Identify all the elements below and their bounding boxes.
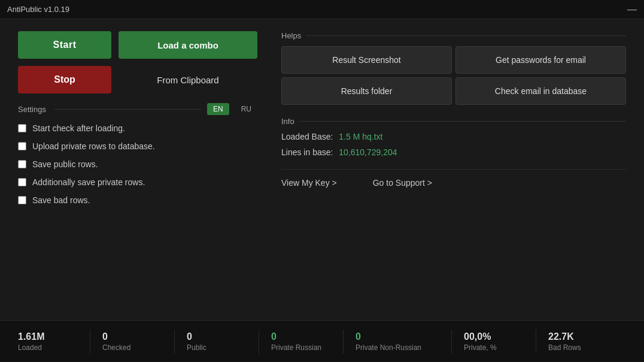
stat-divider — [259, 330, 259, 354]
main-container: Start Load a combo Stop From Clipboard S… — [0, 19, 644, 320]
checkbox-upload-private[interactable] — [18, 142, 26, 150]
statusbar: 1.61M Loaded 0 Checked 0 Public 0 Privat… — [0, 320, 644, 362]
second-button-row: Stop From Clipboard — [18, 66, 257, 93]
stat-private-pct: 00,0% Private, % — [464, 331, 524, 352]
stat-private-pct-value: 00,0% — [464, 331, 491, 342]
helps-header: Helps — [281, 31, 626, 40]
minimize-icon: — — [627, 4, 637, 15]
top-button-row: Start Load a combo — [18, 31, 257, 59]
info-label: Info — [281, 117, 294, 126]
helps-grid: Result Screenshot Get passwords for emai… — [281, 46, 626, 105]
helps-label: Helps — [281, 31, 301, 40]
stat-private-nonrussian-value: 0 — [356, 331, 361, 342]
stat-checked-label: Checked — [102, 343, 130, 352]
window-controls: — — [627, 4, 637, 15]
titlebar: AntiPublic v1.0.19 — — [0, 0, 644, 19]
go-to-support-button[interactable]: Go to Support > — [373, 178, 432, 188]
stat-public-label: Public — [187, 343, 206, 352]
stat-private-russian: 0 Private Russian — [271, 331, 331, 352]
left-panel: Start Load a combo Stop From Clipboard S… — [18, 31, 257, 308]
lines-in-base-label: Lines in base: — [281, 147, 333, 157]
start-button[interactable]: Start — [18, 31, 111, 59]
list-item[interactable]: Save bad rows. — [18, 195, 257, 205]
app-title: AntiPublic v1.0.19 — [7, 5, 69, 14]
check-email-button[interactable]: Check email in database — [455, 77, 626, 105]
results-folder-button[interactable]: Results folder — [281, 77, 452, 105]
stat-divider — [90, 330, 90, 354]
checkbox-save-private-additionally[interactable] — [18, 178, 26, 186]
stat-public-value: 0 — [187, 331, 192, 342]
list-item[interactable]: Start check after loading. — [18, 123, 257, 133]
load-combo-button[interactable]: Load a combo — [119, 31, 257, 59]
stat-loaded-value: 1.61M — [18, 331, 44, 342]
list-item[interactable]: Upload private rows to database. — [18, 141, 257, 151]
clipboard-button[interactable]: From Clipboard — [119, 66, 257, 93]
info-section: Info Loaded Base: 1.5 M hq.txt Lines in … — [281, 117, 626, 157]
checkbox-start-check[interactable] — [18, 124, 26, 132]
stat-checked: 0 Checked — [102, 331, 162, 352]
stat-private-nonrussian-label: Private Non-Russian — [356, 343, 421, 352]
stat-divider — [343, 330, 344, 354]
checkbox-save-bad[interactable] — [18, 196, 26, 204]
stat-loaded-label: Loaded — [18, 343, 42, 352]
loaded-base-row: Loaded Base: 1.5 M hq.txt — [281, 132, 626, 141]
list-item[interactable]: Additionally save private rows. — [18, 177, 257, 187]
get-passwords-button[interactable]: Get passwords for email — [455, 46, 626, 74]
result-screenshot-button[interactable]: Result Screenshot — [281, 46, 452, 74]
loaded-base-label: Loaded Base: — [281, 132, 333, 141]
stat-bad-rows-value: 22.7K — [548, 331, 574, 342]
settings-label: Settings — [18, 105, 46, 114]
lines-in-base-row: Lines in base: 10,610,729,204 — [281, 147, 626, 157]
checkbox-list: Start check after loading. Upload privat… — [18, 123, 257, 205]
stop-button[interactable]: Stop — [18, 66, 111, 93]
settings-row: Settings EN RU — [18, 103, 257, 115]
loaded-base-value: 1.5 M hq.txt — [339, 132, 382, 141]
lang-ru-button[interactable]: RU — [235, 103, 257, 115]
stat-divider — [174, 330, 175, 354]
checkbox-save-public[interactable] — [18, 160, 26, 168]
stat-bad-rows: 22.7K Bad Rows — [548, 331, 608, 352]
stat-private-russian-label: Private Russian — [271, 343, 321, 352]
checkbox-label: Additionally save private rows. — [32, 177, 145, 187]
stat-bad-rows-label: Bad Rows — [548, 343, 581, 352]
stat-private-russian-value: 0 — [271, 331, 277, 342]
checkbox-label: Upload private rows to database. — [32, 141, 155, 151]
stat-private-nonrussian: 0 Private Non-Russian — [356, 331, 439, 352]
stat-private-pct-label: Private, % — [464, 343, 497, 352]
lang-en-button[interactable]: EN — [207, 103, 229, 115]
links-row: View My Key > Go to Support > — [281, 178, 626, 188]
checkbox-label: Start check after loading. — [32, 123, 125, 133]
stat-divider — [451, 330, 452, 354]
checkbox-label: Save bad rows. — [32, 195, 90, 205]
info-divider — [281, 169, 626, 170]
view-my-key-button[interactable]: View My Key > — [281, 178, 337, 188]
stat-checked-value: 0 — [102, 331, 108, 342]
stat-loaded: 1.61M Loaded — [18, 331, 78, 352]
settings-divider — [54, 109, 201, 110]
lines-in-base-value: 10,610,729,204 — [339, 147, 397, 157]
stat-public: 0 Public — [187, 331, 247, 352]
list-item[interactable]: Save public rows. — [18, 159, 257, 169]
right-panel: Helps Result Screenshot Get passwords fo… — [281, 31, 626, 308]
info-header: Info — [281, 117, 626, 126]
checkbox-label: Save public rows. — [32, 159, 98, 169]
stat-divider — [536, 330, 536, 354]
